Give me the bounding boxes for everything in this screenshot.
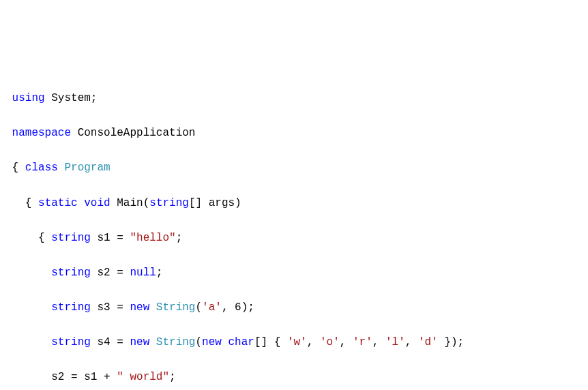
code-content: using System; namespace ConsoleApplicati…: [5, 72, 583, 390]
keyword-using: using: [12, 92, 45, 104]
keyword-static: static: [38, 197, 78, 209]
code-line: string s2 = null;: [5, 265, 583, 282]
keyword-string: string: [51, 301, 91, 314]
expression: s2 = s1 +: [51, 371, 117, 383]
code-line: using System;: [5, 90, 583, 108]
char-literal: 'r': [353, 336, 372, 348]
identifier: ConsoleApplication: [78, 127, 196, 139]
keyword-class: class: [25, 162, 58, 174]
code-line: string s4 = new String(new char[] { 'w',…: [5, 334, 583, 352]
type-name: String: [156, 336, 196, 348]
semicolon: ;: [248, 301, 254, 314]
keyword-new: new: [130, 301, 149, 314]
method-name: Main: [117, 197, 143, 209]
code-line: string s3 = new String('a', 6);: [5, 299, 583, 317]
code-line: { static void Main(string[] args): [5, 195, 583, 213]
keyword-new: new: [130, 336, 149, 348]
keyword-string: string: [51, 267, 91, 279]
code-line: s2 = s1 + " world";: [5, 369, 583, 387]
type-name: String: [156, 301, 196, 314]
identifier: System: [51, 92, 91, 104]
code-line: { class Program: [5, 160, 583, 177]
keyword-new: new: [202, 336, 222, 348]
string-literal: " world": [117, 371, 169, 383]
char-literal: 'o': [320, 336, 340, 348]
var-assign: s4 =: [91, 336, 130, 348]
semicolon: ;: [169, 371, 176, 383]
type-name: Program: [64, 162, 110, 174]
semicolon: ;: [91, 92, 98, 104]
keyword-null: null: [130, 267, 156, 279]
keyword-void: void: [84, 197, 110, 209]
var-assign: s3 =: [91, 301, 130, 314]
char-literal: 'd': [418, 336, 438, 348]
brace: {: [38, 232, 45, 244]
close: });: [438, 336, 464, 348]
paren: (: [195, 301, 202, 314]
array-init: [] {: [254, 336, 287, 348]
paren: ): [235, 197, 241, 209]
array-brackets: []: [189, 197, 202, 209]
args: , 6): [222, 301, 248, 314]
keyword-char: char: [229, 336, 254, 348]
semicolon: ;: [156, 267, 163, 279]
var-assign: s2 =: [91, 267, 130, 279]
keyword-string: string: [51, 232, 91, 244]
brace: {: [12, 162, 19, 174]
char-literal: 'l': [385, 336, 405, 348]
paren: (: [143, 197, 150, 209]
keyword-namespace: namespace: [12, 127, 71, 139]
string-literal: "hello": [130, 232, 175, 244]
code-line: namespace ConsoleApplication: [5, 125, 583, 142]
keyword-string: string: [149, 197, 189, 209]
char-literal: 'a': [202, 301, 222, 314]
code-editor: using System; namespace ConsoleApplicati…: [5, 72, 583, 390]
semicolon: ;: [176, 232, 183, 244]
brace: {: [25, 197, 32, 209]
param: args: [202, 197, 235, 209]
paren: (: [195, 336, 202, 348]
code-line: { string s1 = "hello";: [5, 230, 583, 247]
keyword-string: string: [51, 336, 91, 348]
var-assign: s1 =: [91, 232, 130, 244]
char-literal: 'w': [287, 336, 307, 348]
